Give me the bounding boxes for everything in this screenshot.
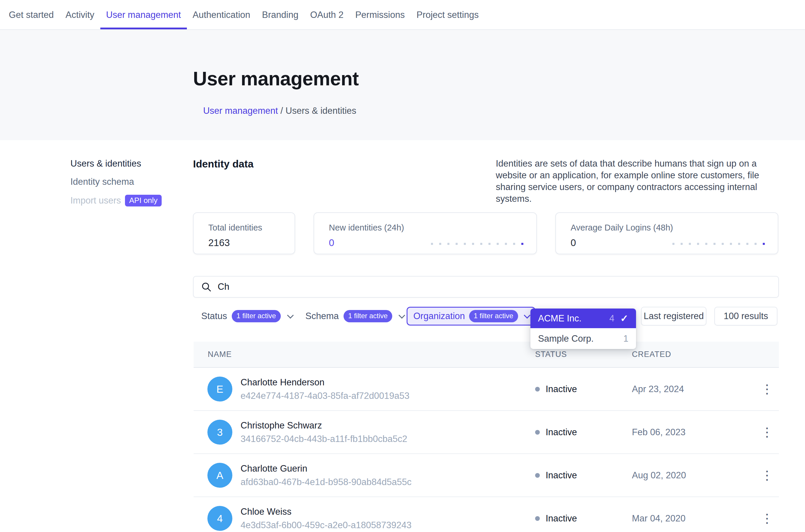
- table-row[interactable]: 4 Chloe Weiss 4e3d53af-6b00-459c-a2e0-a1…: [194, 497, 779, 532]
- table-row[interactable]: E Charlotte Henderson e424e774-4187-4a03…: [194, 368, 779, 411]
- dropdown-option-count: 4: [609, 313, 614, 324]
- page-size-select[interactable]: 100 results: [714, 307, 778, 325]
- page-title: User management: [193, 67, 805, 90]
- status-cell: Inactive: [535, 513, 632, 524]
- status-label: Inactive: [546, 470, 577, 481]
- status-cell: Inactive: [535, 427, 632, 438]
- section-header-row: Identity data Identities are sets of dat…: [193, 158, 779, 205]
- nav-tab-activity[interactable]: Activity: [59, 0, 100, 29]
- search-bar: [193, 276, 779, 298]
- avatar: 3: [207, 420, 232, 444]
- check-icon: ✓: [620, 312, 629, 324]
- nav-tab-permissions[interactable]: Permissions: [350, 0, 411, 29]
- status-filter[interactable]: Status 1 filter active: [201, 307, 292, 325]
- status-filter-label: Status: [201, 311, 227, 321]
- row-menu-icon[interactable]: ⋮: [757, 511, 778, 526]
- breadcrumb-separator: /: [278, 106, 285, 116]
- sidebar-item-users-identities[interactable]: Users & identities: [70, 158, 162, 169]
- table-row[interactable]: 3 Christophe Schwarz 34166752-04cb-443b-…: [194, 411, 779, 454]
- created-cell: Apr 23, 2024: [632, 384, 755, 395]
- avatar: A: [207, 463, 232, 488]
- row-menu-icon[interactable]: ⋮: [757, 382, 778, 397]
- created-cell: Feb 06, 2023: [632, 427, 755, 438]
- identity-name: Christophe Schwarz: [241, 420, 407, 431]
- search-icon: [201, 281, 212, 292]
- status-cell: Inactive: [535, 470, 632, 481]
- schema-filter[interactable]: Schema 1 filter active: [305, 307, 404, 325]
- organization-filter-badge: 1 filter active: [469, 310, 518, 322]
- status-label: Inactive: [546, 384, 577, 395]
- sidebar-item-import-users: Import usersAPI only: [70, 195, 162, 207]
- table-row[interactable]: A Charlotte Guerin afd63ba0-467b-4e1d-b9…: [194, 454, 779, 497]
- dropdown-option-sample-corp[interactable]: Sample Corp. 1: [530, 328, 636, 349]
- identities-table: NAME STATUS CREATED E Charlotte Henderso…: [194, 342, 779, 532]
- stat-label: New identities (24h): [329, 223, 536, 232]
- column-header-name: NAME: [194, 350, 535, 359]
- chevron-down-icon: [399, 312, 406, 319]
- status-cell: Inactive: [535, 384, 632, 395]
- nav-tab-get-started[interactable]: Get started: [3, 0, 59, 29]
- filter-row: Status 1 filter active Schema 1 filter a…: [193, 307, 779, 325]
- schema-filter-label: Schema: [305, 311, 339, 321]
- row-menu-icon[interactable]: ⋮: [757, 468, 778, 483]
- stat-label: Average Daily Logins (48h): [570, 223, 778, 232]
- dropdown-option-count: 1: [623, 334, 629, 344]
- identity-id: 34166752-04cb-443b-a11f-fb1bb0cba5c2: [241, 434, 407, 444]
- name-cell: 3 Christophe Schwarz 34166752-04cb-443b-…: [194, 420, 535, 444]
- stat-card-total-identities: Total identities 2163: [193, 212, 295, 254]
- breadcrumb: User management / Users & identities: [193, 95, 805, 127]
- identity-id: 4e3d53af-6b00-459c-a2e0-a18058739243: [241, 520, 412, 531]
- identity-name: Chloe Weiss: [241, 507, 412, 517]
- page-header: User management User management / Users …: [0, 30, 805, 140]
- organization-filter-label: Organization: [413, 311, 465, 321]
- nav-tab-user-management[interactable]: User management: [100, 0, 187, 29]
- status-dot-icon: [535, 430, 540, 435]
- created-cell: Aug 02, 2020: [632, 470, 755, 481]
- nav-tab-project-settings[interactable]: Project settings: [411, 0, 485, 29]
- search-input[interactable]: [218, 277, 778, 297]
- breadcrumb-current: Users & identities: [285, 106, 356, 116]
- nav-tab-branding[interactable]: Branding: [256, 0, 304, 29]
- nav-tab-authentication[interactable]: Authentication: [187, 0, 256, 29]
- identity-id: e424e774-4187-4a03-85fa-af72d0019a53: [241, 391, 410, 401]
- content-area: Users & identities Identity schema Impor…: [0, 140, 805, 532]
- status-filter-badge: 1 filter active: [232, 310, 281, 322]
- row-menu-icon[interactable]: ⋮: [757, 425, 778, 440]
- identity-name: Charlotte Henderson: [241, 377, 410, 388]
- column-header-status: STATUS: [535, 350, 632, 359]
- identity-name: Charlotte Guerin: [241, 463, 412, 474]
- status-dot-icon: [535, 473, 540, 478]
- stat-cards: Total identities 2163 New identities (24…: [193, 212, 778, 254]
- sidebar-item-import-users-label: Import users: [70, 195, 121, 206]
- breadcrumb-link-user-management[interactable]: User management: [203, 106, 278, 116]
- sparkline: [431, 243, 523, 245]
- sparkline: [672, 243, 765, 245]
- name-cell: 4 Chloe Weiss 4e3d53af-6b00-459c-a2e0-a1…: [194, 506, 535, 531]
- nav-tab-oauth2[interactable]: OAuth 2: [304, 0, 350, 29]
- stat-card-average-daily-logins: Average Daily Logins (48h) 0: [555, 212, 778, 254]
- sidebar: Users & identities Identity schema Impor…: [70, 158, 162, 207]
- api-only-badge: API only: [125, 195, 162, 207]
- sidebar-item-identity-schema[interactable]: Identity schema: [70, 176, 162, 187]
- organization-filter[interactable]: Organization 1 filter active: [407, 307, 536, 325]
- chevron-down-icon: [287, 312, 294, 319]
- status-dot-icon: [535, 516, 540, 521]
- table-header: NAME STATUS CREATED: [194, 342, 779, 368]
- sort-select[interactable]: Last registered: [641, 307, 707, 325]
- section-heading: Identity data: [193, 158, 254, 205]
- name-cell: E Charlotte Henderson e424e774-4187-4a03…: [194, 377, 535, 401]
- chevron-down-icon: [524, 312, 530, 319]
- section-description: Identities are sets of data that describ…: [496, 158, 779, 205]
- top-navigation: Get started Activity User management Aut…: [0, 0, 805, 30]
- column-header-created: CREATED: [632, 350, 755, 359]
- status-label: Inactive: [546, 513, 577, 524]
- dropdown-option-label: Sample Corp.: [538, 334, 594, 344]
- avatar: E: [207, 377, 232, 401]
- stat-label: Total identities: [208, 223, 295, 232]
- dropdown-option-label: ACME Inc.: [538, 313, 581, 324]
- name-cell: A Charlotte Guerin afd63ba0-467b-4e1d-b9…: [194, 463, 535, 488]
- organization-dropdown: ACME Inc. 4 ✓ Sample Corp. 1: [530, 308, 636, 349]
- status-dot-icon: [535, 387, 540, 392]
- stat-value: 2163: [208, 237, 295, 248]
- dropdown-option-acme[interactable]: ACME Inc. 4 ✓: [530, 308, 636, 328]
